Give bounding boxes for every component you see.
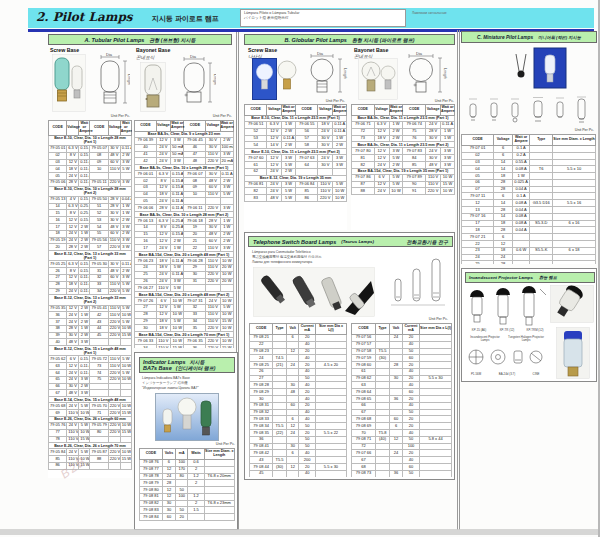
table-cell: 60 V (108, 274, 120, 281)
table-cell (315, 457, 346, 464)
table-cell: 0.11 A (333, 128, 347, 135)
table-cell (390, 348, 403, 355)
column-header: CODE (245, 105, 267, 116)
table-cell: 24 V (318, 155, 333, 162)
table-cell: 2 W (120, 230, 131, 237)
table-cell (315, 409, 346, 416)
table-row: 2418 V5 W29110 V20 W (135, 264, 234, 271)
table-cell: 0.04 A (512, 207, 529, 214)
table-cell: 29 (49, 288, 67, 295)
table-cell: 24 V (318, 128, 333, 135)
table-row: 3018 V10 W35220 V10 W (135, 325, 234, 332)
table-cell: 0.15 A (79, 217, 90, 224)
table-cell (286, 341, 299, 348)
table-cell: 40 (403, 368, 420, 375)
section-b-title: B. Globular Pilot Lamps (285, 37, 347, 43)
table-row: 79 05 3512 V2 W79 05 41110 V5 W (49, 305, 132, 312)
table-cell: 10 W (120, 363, 131, 370)
table-cell: 51 (90, 203, 108, 210)
table-cell: 0.15 A (171, 231, 184, 238)
table-cell: 220 V (206, 338, 220, 345)
table-cell: 60 V (108, 159, 120, 166)
table-row: 3040 (250, 396, 347, 403)
globular-screw-bulb-photo (252, 58, 298, 100)
table-cell: 64 (49, 370, 67, 377)
table-cell (120, 390, 131, 397)
table-cell: 79 08 29 (250, 389, 273, 396)
indicator-lamps-photo (155, 393, 219, 441)
column-header: Volt (390, 324, 403, 335)
table-cell: 82 (245, 188, 267, 195)
table-cell (553, 145, 596, 152)
table-cell: 79 05 68 (49, 403, 67, 410)
table-cell: 30 (184, 271, 206, 278)
table-cell: 5 W (220, 304, 233, 311)
table-cell (420, 362, 452, 369)
table-cell: 24 V (67, 173, 79, 180)
column-header: Voltage (426, 105, 441, 116)
table-row: 0312 V0.15 A0960 V3 W (135, 184, 234, 191)
table-cell: 14 (494, 159, 513, 166)
table-row: 79 08 21620 (250, 334, 347, 341)
table-cell: 0.15 A (79, 261, 90, 268)
table-cell: 18 (494, 247, 513, 254)
table-cell: 60 V (206, 238, 220, 245)
table-cell: 50 (299, 375, 315, 382)
table-row: 4048 V3 W (49, 339, 132, 346)
table-cell: 91 (403, 188, 426, 195)
telephone-lamps-photo (253, 267, 375, 317)
table-cell: 50 mA (171, 151, 184, 158)
table-cell (530, 186, 553, 193)
table-cell: 41 (135, 151, 157, 158)
table-cell: 30 (286, 382, 299, 389)
table-cell (315, 334, 346, 341)
table-cell: 0.04 A (120, 196, 131, 203)
table-cell: 30 V (108, 145, 120, 152)
table-cell (390, 443, 403, 450)
c-unit-label: Unit Per Pc. (514, 128, 594, 132)
table-cell: 5 W (389, 174, 403, 181)
table-cell (188, 514, 204, 521)
table-cell: 3 W (441, 148, 455, 155)
table-cell: 27 (135, 304, 157, 311)
projector-base-label-2: BA-24d (3.7) (491, 373, 523, 376)
table-group-header: Base E-12, Clear, Dia. 13 x Length 33 mm… (49, 251, 132, 261)
table-row: 6524 V3 W75220 V10 W (49, 376, 132, 383)
table-cell: 24 V (267, 188, 282, 195)
table-cell: 67 (49, 390, 67, 397)
table-cell: 15 (49, 210, 67, 217)
tubular-screw-table: CODEVoltageWatt or AmpereCODEVoltageWatt… (48, 120, 132, 478)
table-cell: 79 07 31 (184, 298, 206, 305)
table-row: 5414 V2 W5830 V2 W (245, 142, 347, 149)
table-cell: 8 V (156, 224, 170, 231)
table-cell (420, 409, 452, 416)
table-cell: 110 V (206, 245, 220, 252)
table-cell (315, 368, 346, 375)
table-cell: 48 (184, 158, 206, 165)
table-row: 79 08 3240 (250, 409, 347, 416)
table-cell: (22) (273, 430, 287, 437)
table-cell: 3 W (171, 137, 184, 144)
table-row: 2918 V5 W34110 V15 W (135, 318, 234, 325)
table-cell: 12 V (156, 311, 170, 318)
table-cell: 76 (403, 135, 426, 142)
column-header: Voltage (156, 121, 170, 132)
table-cell: 10 W (171, 311, 184, 318)
table-row: 028 V0.15 A0848 V2 W (49, 152, 132, 159)
table-cell: 79 06 74 (403, 121, 426, 128)
table-cell: 30 V (108, 210, 120, 217)
column-header: Watt or Ampere (389, 105, 403, 116)
table-row: 17180.08 AS5.3-D6 x 16 (462, 220, 596, 227)
table-cell: 79 06 06 (135, 205, 157, 212)
table-cell: 52 (245, 128, 267, 135)
table-cell: 35 (184, 325, 206, 332)
table-cell: 24 (135, 264, 157, 271)
table-cell: 220 V (206, 325, 220, 332)
table-cell: 0.25 A (171, 218, 184, 225)
table-cell (376, 389, 390, 396)
table-cell (420, 355, 452, 362)
table-cell: 88 (352, 188, 375, 195)
table-cell (273, 450, 287, 457)
table-cell: 24 V (67, 230, 79, 237)
table-cell (420, 382, 452, 389)
